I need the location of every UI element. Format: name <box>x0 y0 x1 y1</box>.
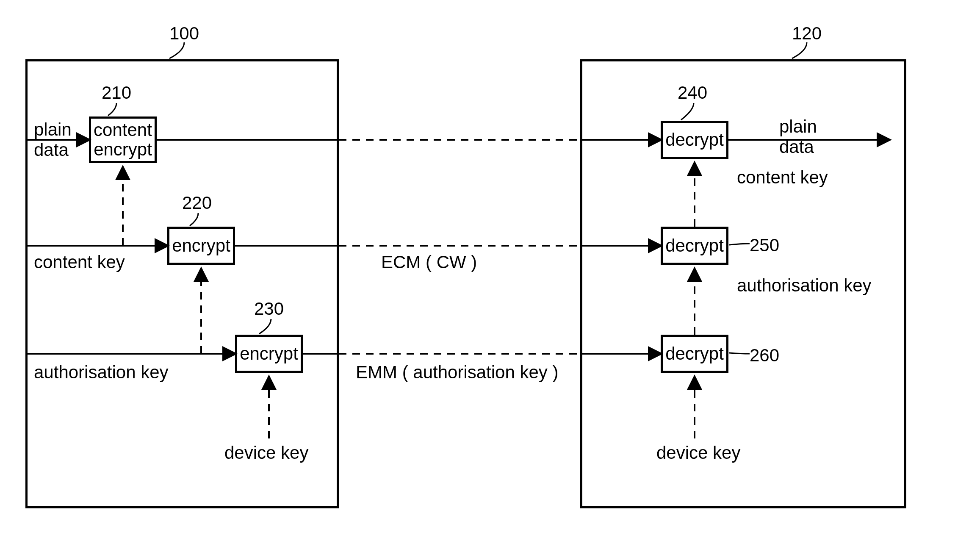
block-240-label: decrypt <box>665 130 724 150</box>
label-plain-data-out: plaindata <box>779 117 817 158</box>
ref-260: 260 <box>750 345 779 366</box>
block-210: contentencrypt <box>89 117 157 163</box>
ref-220: 220 <box>182 193 212 213</box>
block-260-label: decrypt <box>665 344 724 363</box>
block-240: decrypt <box>661 121 728 159</box>
label-plain-data-in: plaindata <box>34 119 72 161</box>
ref-120: 120 <box>792 23 822 44</box>
block-210-label: contentencrypt <box>94 120 152 159</box>
block-260: decrypt <box>661 335 728 373</box>
block-230-label: encrypt <box>240 344 298 363</box>
encoder-box-100 <box>25 59 339 508</box>
label-device-key-left: device key <box>224 443 308 463</box>
label-device-key-right: device key <box>656 443 740 463</box>
ref-100: 100 <box>169 23 199 44</box>
ref-250: 250 <box>750 235 779 255</box>
block-250-label: decrypt <box>665 236 724 255</box>
ref-210: 210 <box>102 83 131 103</box>
label-authorisation-key-right: authorisation key <box>737 275 872 296</box>
label-ecm-cw: ECM ( CW ) <box>381 252 477 272</box>
block-220: encrypt <box>167 227 235 265</box>
diagram-canvas: 100 120 contentencrypt 210 encrypt 220 e… <box>0 0 980 552</box>
label-emm-auth: EMM ( authorisation key ) <box>356 362 559 383</box>
block-250: decrypt <box>661 227 728 265</box>
label-authorisation-key-in: authorisation key <box>34 362 169 383</box>
block-220-label: encrypt <box>172 236 230 255</box>
label-content-key-right: content key <box>737 167 828 188</box>
ref-230: 230 <box>254 299 284 319</box>
ref-240: 240 <box>678 83 707 103</box>
label-content-key-in: content key <box>34 252 125 272</box>
block-230: encrypt <box>235 335 303 373</box>
